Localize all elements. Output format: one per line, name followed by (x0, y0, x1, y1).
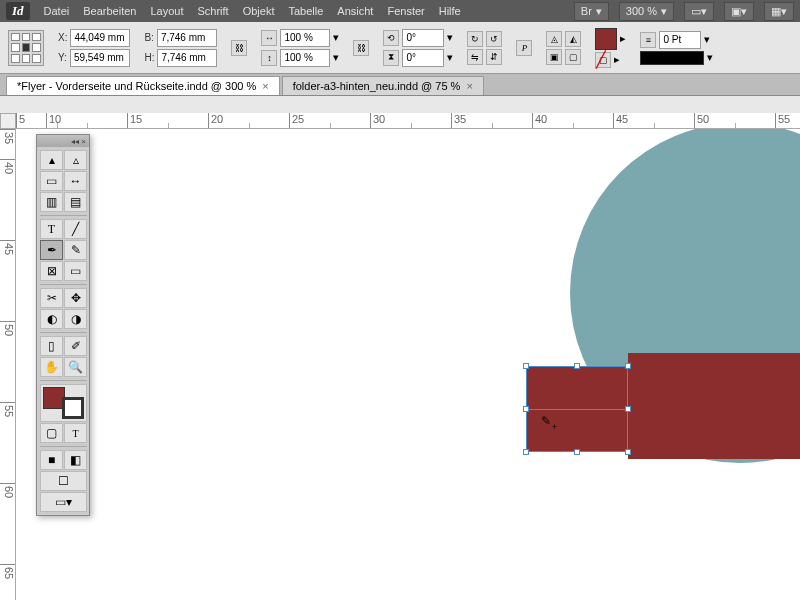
menu-edit[interactable]: Bearbeiten (83, 5, 136, 17)
hand-tool[interactable]: ✋ (40, 357, 63, 377)
screen-mode-button[interactable]: ▣▾ (724, 2, 754, 21)
shear-input[interactable] (402, 49, 444, 67)
chevron-down-icon[interactable]: ▾ (447, 51, 453, 64)
stroke-color-proxy[interactable] (62, 397, 84, 419)
resize-handle[interactable] (574, 363, 580, 369)
fill-swatch[interactable] (595, 28, 617, 50)
fit-content-icon[interactable]: ▣ (546, 49, 562, 65)
gap-tool[interactable]: ↔ (64, 171, 87, 191)
menu-help[interactable]: Hilfe (439, 5, 461, 17)
resize-handle[interactable] (625, 449, 631, 455)
character-panel-icon[interactable]: P (516, 40, 532, 56)
line-tool[interactable]: ╱ (64, 219, 87, 239)
selection-tool[interactable]: ▴ (40, 150, 63, 170)
chevron-down-icon[interactable]: ▾ (707, 51, 713, 64)
chevron-down-icon[interactable]: ▾ (333, 51, 339, 64)
chevron-down-icon: ▾ (661, 5, 667, 18)
control-panel: X: Y: B: H: ⛓ ↔▾ ↕▾ ⛓ ⟲▾ ⧗▾ ↻↺ ⇋⇵ P ◬◭ ▣… (0, 22, 800, 74)
fill-stroke-proxy[interactable] (40, 384, 87, 422)
stroke-weight-input[interactable] (659, 31, 701, 49)
ruler-origin[interactable] (0, 113, 16, 129)
panel-header[interactable]: ◂◂ × (37, 135, 89, 147)
pen-tool[interactable]: ✒ (40, 240, 63, 260)
h-label: H: (144, 52, 154, 63)
formatting-text-tool[interactable]: T (64, 423, 87, 443)
free-transform-tool[interactable]: ✥ (64, 288, 87, 308)
zoom-tool[interactable]: 🔍 (64, 357, 87, 377)
normal-view-mode[interactable]: ▭▾ (40, 492, 87, 512)
shear-icon: ⧗ (383, 50, 399, 66)
rectangle-frame-tool[interactable]: ⊠ (40, 261, 63, 281)
tools-panel[interactable]: ◂◂ × ▴ ▵ ▭ ↔ ▥ ▤ T ╱ ✒ ✎ ⊠ ▭ ✂ ✥ ◐ ◑ ▯ ✐… (36, 134, 90, 516)
resize-handle[interactable] (523, 406, 529, 412)
gradient-feather-tool[interactable]: ◑ (64, 309, 87, 329)
stroke-style-select[interactable] (640, 51, 704, 65)
artwork-rectangle-back[interactable] (628, 353, 800, 459)
document-canvas[interactable]: ✎ (16, 129, 800, 600)
document-tab-2[interactable]: folder-a3-hinten_neu.indd @ 75 %× (282, 76, 484, 95)
y-input[interactable] (70, 49, 130, 67)
chevron-down-icon[interactable]: ▸ (620, 32, 626, 45)
menu-file[interactable]: Datei (44, 5, 70, 17)
document-tab-1[interactable]: *Flyer - Vorderseite und Rückseite.indd … (6, 76, 280, 95)
no-stroke-icon[interactable]: ▢╱ (595, 52, 611, 68)
chevron-down-icon[interactable]: ▾ (333, 31, 339, 44)
bridge-button[interactable]: Br▾ (574, 2, 609, 21)
constrain-proportions-icon[interactable]: ⛓ (231, 40, 247, 56)
select-content-icon[interactable]: ◭ (565, 31, 581, 47)
content-collector-tool[interactable]: ▥ (40, 192, 63, 212)
resize-handle[interactable] (523, 449, 529, 455)
rectangle-tool[interactable]: ▭ (64, 261, 87, 281)
menu-window[interactable]: Fenster (387, 5, 424, 17)
constrain-scale-icon[interactable]: ⛓ (353, 40, 369, 56)
scale-y-input[interactable] (280, 49, 330, 67)
x-input[interactable] (70, 29, 130, 47)
rotate-input[interactable] (402, 29, 444, 47)
resize-handle[interactable] (625, 363, 631, 369)
horizontal-ruler[interactable]: 5 10 15 20 25 30 35 40 45 50 55 60 (16, 113, 800, 129)
resize-handle[interactable] (523, 363, 529, 369)
fit-frame-icon[interactable]: ▢ (565, 49, 581, 65)
apply-color-tool[interactable]: ■ (40, 450, 63, 470)
page-tool[interactable]: ▭ (40, 171, 63, 191)
w-label: B: (144, 32, 153, 43)
resize-handle[interactable] (625, 406, 631, 412)
scale-x-input[interactable] (280, 29, 330, 47)
close-icon[interactable]: × (466, 80, 472, 92)
chevron-down-icon[interactable]: ▾ (447, 31, 453, 44)
chevron-down-icon[interactable]: ▸ (614, 53, 620, 66)
rotate-90-cw-icon[interactable]: ↻ (467, 31, 483, 47)
flip-vertical-icon[interactable]: ⇵ (486, 49, 502, 65)
arrange-button[interactable]: ▦▾ (764, 2, 794, 21)
reference-point-proxy[interactable] (8, 30, 44, 66)
selected-rectangle[interactable] (526, 366, 628, 452)
height-input[interactable] (157, 49, 217, 67)
width-input[interactable] (157, 29, 217, 47)
menu-layout[interactable]: Layout (150, 5, 183, 17)
scissors-tool[interactable]: ✂ (40, 288, 63, 308)
rotate-90-ccw-icon[interactable]: ↺ (486, 31, 502, 47)
menu-object[interactable]: Objekt (243, 5, 275, 17)
note-tool[interactable]: ▯ (40, 336, 63, 356)
eyedropper-tool[interactable]: ✐ (64, 336, 87, 356)
formatting-container-tool[interactable]: ▢ (40, 423, 63, 443)
apply-none-tool[interactable]: ☐ (40, 471, 87, 491)
close-icon[interactable]: × (262, 80, 268, 92)
flip-horizontal-icon[interactable]: ⇋ (467, 49, 483, 65)
gradient-swatch-tool[interactable]: ◐ (40, 309, 63, 329)
content-placer-tool[interactable]: ▤ (64, 192, 87, 212)
menu-view[interactable]: Ansicht (337, 5, 373, 17)
chevron-down-icon[interactable]: ▾ (704, 33, 710, 46)
apply-gradient-tool[interactable]: ◧ (64, 450, 87, 470)
menu-type[interactable]: Schrift (198, 5, 229, 17)
select-container-icon[interactable]: ◬ (546, 31, 562, 47)
stroke-weight-icon: ≡ (640, 32, 656, 48)
zoom-level-select[interactable]: 300 %▾ (619, 2, 674, 21)
pencil-tool[interactable]: ✎ (64, 240, 87, 260)
menu-table[interactable]: Tabelle (288, 5, 323, 17)
view-options-button[interactable]: ▭▾ (684, 2, 714, 21)
direct-selection-tool[interactable]: ▵ (64, 150, 87, 170)
vertical-ruler[interactable]: 35 40 45 50 55 60 65 70 (0, 129, 16, 600)
type-tool[interactable]: T (40, 219, 63, 239)
resize-handle[interactable] (574, 449, 580, 455)
